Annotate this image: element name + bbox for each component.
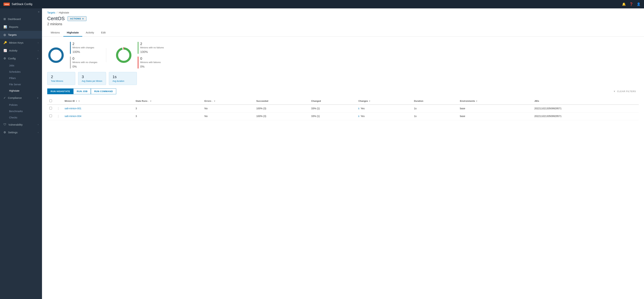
row-changes: ℹ Yes xyxy=(356,112,412,120)
clear-filters-button[interactable]: ▼ CLEAR FILTERS xyxy=(610,89,639,94)
row-errors: No xyxy=(202,112,254,120)
stat-failures-label: Minions with failures xyxy=(140,61,164,64)
svg-point-3 xyxy=(117,49,130,62)
sidebar-item-policies[interactable]: Policies xyxy=(0,102,42,108)
sidebar-item-activity[interactable]: 📈 Activity › xyxy=(0,47,42,55)
th-succeeded: Succeeded xyxy=(254,98,309,105)
sidebar-item-pillars[interactable]: Pillars xyxy=(0,75,42,81)
actions-button[interactable]: ACTIONS ∨ xyxy=(68,16,86,21)
stat-divider xyxy=(106,48,106,62)
row-checkbox-cell xyxy=(47,112,54,120)
row-checkbox[interactable] xyxy=(49,115,52,117)
topbar: vmw SaltStack Config 🔔 ❓ 👤 xyxy=(0,0,644,9)
run-command-button[interactable]: RUN COMMAND xyxy=(91,89,116,94)
sort-icon[interactable]: ↓ xyxy=(212,100,213,102)
row-checkbox[interactable] xyxy=(49,107,52,110)
tab-highstate[interactable]: Highstate xyxy=(63,29,82,37)
sidebar-item-settings[interactable]: ⚙ Settings › xyxy=(0,128,42,136)
breadcrumb-targets-link[interactable]: Targets xyxy=(47,11,55,14)
th-state-runs: State Runs ↓ ▼ xyxy=(133,98,202,105)
clear-filters-label: CLEAR FILTERS xyxy=(617,90,636,93)
table-body: ⋮ salt-minion-001 3 No 100% (3) 33% (1) … xyxy=(47,105,639,120)
th-duration-label: Duration xyxy=(414,100,423,102)
th-minion-id-label: Minion ID xyxy=(64,100,75,102)
user-icon[interactable]: 👤 xyxy=(637,2,640,6)
minion-id-link[interactable]: salt-minion-001 xyxy=(64,107,82,110)
summary-card-avg-duration: 1s Avg duration xyxy=(109,72,137,85)
row-actions-col xyxy=(54,98,62,105)
filter-icon[interactable]: ▼ xyxy=(150,100,152,102)
targets-icon: ◎ xyxy=(4,33,6,37)
sidebar-item-config[interactable]: ⚙ Config ∨ xyxy=(0,55,42,62)
svg-point-1 xyxy=(49,49,63,62)
th-errors: Errors ↓ ▼ xyxy=(202,98,254,105)
stat-no-failures-count: 2 xyxy=(140,42,164,46)
changes-stats: 2 Minions with changes 100% 0 Minions wi… xyxy=(70,42,97,69)
sidebar-item-minion-keys[interactable]: 🔑 Minion Keys › xyxy=(0,39,42,47)
config-icon: ⚙ xyxy=(4,57,6,60)
sidebar-item-benchmarks[interactable]: Benchmarks xyxy=(0,108,42,114)
breadcrumb-separator: / xyxy=(57,11,58,14)
sidebar-item-highstate[interactable]: Highstate xyxy=(0,88,42,94)
th-environments-label: Environments xyxy=(460,100,475,102)
sidebar-item-targets[interactable]: ◎ Targets xyxy=(0,31,42,39)
stat-no-changes-count: 0 xyxy=(72,57,97,61)
filter-icon[interactable]: ▼ xyxy=(78,100,80,102)
sidebar-item-reports[interactable]: 📊 Reports xyxy=(0,23,42,31)
sidebar-item-jobs[interactable]: Jobs xyxy=(0,62,42,69)
sort-icon[interactable]: ↓ xyxy=(148,100,149,102)
stat-no-failures: 2 Minions with no failures 100% xyxy=(138,42,164,54)
sidebar-item-label: Settings xyxy=(8,131,18,134)
tab-edit[interactable]: Edit xyxy=(98,29,109,37)
changes-donut xyxy=(47,47,65,64)
avg-duration-number: 1s xyxy=(112,75,133,79)
th-minion-id: Minion ID ▼ ▼ xyxy=(62,98,133,105)
breadcrumb-current: Highstate xyxy=(59,11,69,14)
row-actions-menu[interactable]: ⋮ xyxy=(56,106,60,111)
sort-icon[interactable]: ▼ xyxy=(76,100,78,102)
table-row: ⋮ salt-minion-004 3 No 100% (3) 33% (1) … xyxy=(47,112,639,120)
sidebar-item-checks[interactable]: Checks xyxy=(0,114,42,121)
stat-changes-label: Minions with changes xyxy=(72,46,97,49)
filter-icon[interactable]: ▼ xyxy=(369,100,371,102)
sidebar-item-schedules[interactable]: Schedules xyxy=(0,69,42,75)
select-all-checkbox[interactable] xyxy=(49,100,52,102)
filter-icon[interactable]: ▼ xyxy=(214,100,216,102)
avg-duration-label: Avg duration xyxy=(112,80,133,82)
row-changed: 33% (1) xyxy=(309,112,356,120)
minions-count: 2 minions xyxy=(42,21,644,26)
tab-activity[interactable]: Activity xyxy=(82,29,98,37)
total-minions-number: 2 xyxy=(51,75,72,79)
chevron-down-icon: ∨ xyxy=(82,17,84,20)
row-minion-id: salt-minion-004 xyxy=(62,112,133,120)
sidebar-item-label: Vulnerability xyxy=(8,123,22,126)
tab-minions[interactable]: Minions xyxy=(47,29,63,37)
failures-donut xyxy=(115,47,132,64)
row-actions-cell: ⋮ xyxy=(54,105,62,112)
sidebar-item-vulnerability[interactable]: 🛡 Vulnerability › xyxy=(0,121,42,128)
filter-icon[interactable]: ▼ xyxy=(476,100,478,102)
row-jids: 20221102133509929571 xyxy=(532,105,639,112)
failures-stats: 2 Minions with no failures 100% 0 Minion… xyxy=(138,42,164,69)
th-succeeded-label: Succeeded xyxy=(256,100,268,102)
row-checkbox-cell xyxy=(47,105,54,112)
th-jids-label: JIDs xyxy=(534,100,539,102)
minion-id-link[interactable]: salt-minion-004 xyxy=(64,115,82,118)
actions-label: ACTIONS xyxy=(70,17,81,20)
sidebar-item-compliance[interactable]: ✓ Compliance ∨ xyxy=(0,94,42,102)
th-changed: Changed xyxy=(309,98,356,105)
sidebar-collapse-button[interactable]: « xyxy=(0,9,42,15)
help-icon[interactable]: ❓ xyxy=(629,2,633,6)
reports-icon: 📊 xyxy=(4,25,7,29)
chevron-right-icon: › xyxy=(38,49,38,52)
sidebar-item-file-server[interactable]: File Server xyxy=(0,81,42,88)
notification-icon[interactable]: 🔔 xyxy=(622,2,626,6)
failures-donut-group: 2 Minions with no failures 100% 0 Minion… xyxy=(115,42,164,69)
th-jids: JIDs xyxy=(532,98,639,105)
run-highstate-button[interactable]: RUN HIGHSTATE xyxy=(47,89,73,94)
sidebar-item-dashboard[interactable]: ⊞ Dashboard xyxy=(0,15,42,23)
chevron-down-icon: ∨ xyxy=(37,97,38,99)
row-actions-menu[interactable]: ⋮ xyxy=(56,114,60,118)
row-state-runs: 3 xyxy=(133,112,202,120)
run-job-button[interactable]: RUN JOB xyxy=(73,89,91,94)
